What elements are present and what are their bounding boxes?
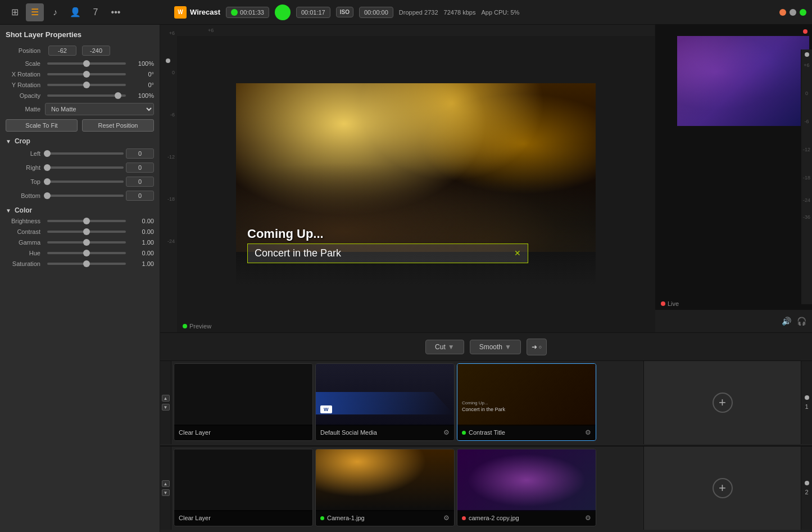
top-ruler: +6 (177, 25, 655, 36)
crop-top-slider[interactable] (47, 181, 124, 183)
close-window-btn[interactable] (779, 9, 786, 16)
brightness-slider[interactable] (47, 220, 126, 222)
app-name: Wirecast (190, 8, 220, 16)
contrast-gear-icon[interactable]: ⚙ (585, 429, 591, 436)
shot-card-camera2[interactable]: camera-2 copy.jpg ⚙ (457, 449, 596, 526)
crop-left-label: Left (6, 150, 45, 157)
crop-bottom-input[interactable] (126, 191, 154, 201)
right-panel: Live +6 0 -6 -12 -18 -24 -36 🔊 🎧 (655, 25, 812, 332)
gamma-row: Gamma 1.00 (6, 239, 154, 246)
layer-1-down-button[interactable]: ▼ (162, 404, 170, 411)
window-controls (779, 9, 806, 16)
opacity-slider[interactable] (47, 94, 126, 97)
edit-icon: ✕ (514, 249, 521, 258)
shot-clear-label-left: Clear Layer (179, 429, 211, 436)
saturation-row: Saturation 1.00 (6, 260, 154, 267)
contrast-row: Contrast 0.00 (6, 228, 154, 235)
contrast-label: Contrast (6, 228, 45, 235)
position-x-input[interactable] (48, 46, 76, 56)
shot-card-camera1[interactable]: Camera-1.jpg ⚙ (315, 449, 455, 526)
shot-card-clear-2[interactable]: Clear Layer (174, 449, 313, 526)
brightness-value: 0.00 (131, 218, 154, 224)
brightness-row: Brightness 0.00 (6, 218, 154, 224)
matte-label: Matte (6, 106, 45, 112)
crop-top-input[interactable] (126, 177, 154, 187)
crop-left-input[interactable] (126, 148, 154, 159)
smooth-button[interactable]: Smooth ▼ (470, 340, 521, 354)
color-arrow-icon: ▼ (6, 208, 11, 214)
layer-1-up-button[interactable]: ▲ (162, 395, 170, 402)
gamma-label: Gamma (6, 239, 45, 246)
contrast-coming-text: Coming Up... (462, 400, 488, 405)
y-rotation-slider[interactable] (47, 84, 126, 86)
add-shot-1-button[interactable]: + (713, 393, 733, 413)
scale-to-fit-button[interactable]: Scale To Fit (6, 119, 78, 132)
shots-nav-icon[interactable]: ☰ (26, 3, 44, 21)
crop-section-header[interactable]: ▼ Crop (6, 137, 154, 145)
shot-card-contrast[interactable]: Coming Up... Concert in the Park Contras… (457, 363, 596, 441)
speaker-icon[interactable]: 🔊 (782, 317, 791, 326)
number-nav-icon[interactable]: 7 (87, 3, 105, 21)
minimize-window-btn[interactable] (790, 9, 796, 16)
go-button[interactable]: ➜ ○ (527, 339, 547, 355)
text-overlay: Coming Up... Concert in the Park ✕ (247, 227, 528, 263)
reset-position-button[interactable]: Reset Position (82, 119, 154, 132)
position-y-input[interactable] (82, 46, 110, 56)
crop-right-input[interactable] (126, 163, 154, 173)
gamma-slider[interactable] (47, 241, 126, 244)
audio-nav-icon[interactable]: ♪ (46, 3, 64, 21)
camera1-gear-icon[interactable]: ⚙ (443, 514, 450, 522)
contrast-text: Contrast Title (469, 429, 505, 436)
right-ruler-minus24: -24 (803, 197, 810, 203)
crop-right-slider[interactable] (47, 166, 124, 169)
preview-dot-icon (183, 324, 187, 328)
layer-2-up-button[interactable]: ▲ (162, 480, 170, 487)
headphones-icon[interactable]: 🎧 (797, 317, 806, 326)
cut-label: Cut (435, 343, 446, 351)
social-gear-icon[interactable]: ⚙ (443, 429, 450, 436)
hue-label: Hue (6, 250, 45, 256)
shot-camera1-label: Camera-1.jpg ⚙ (316, 510, 454, 526)
left-panel: Shot Layer Properties Position Scale 100… (0, 25, 160, 532)
hue-value: 0.00 (131, 250, 154, 256)
opacity-value: 100% (131, 92, 154, 99)
camera2-gear-icon[interactable]: ⚙ (585, 514, 591, 522)
layer-2-down-button[interactable]: ▼ (162, 489, 170, 496)
more-nav-icon[interactable]: ••• (107, 3, 125, 21)
layer-1-dot (805, 395, 809, 400)
hue-slider[interactable] (47, 252, 126, 254)
crop-left-slider[interactable] (47, 152, 124, 155)
cut-button[interactable]: Cut ▼ (425, 340, 464, 354)
logo-icon: W (174, 6, 187, 19)
matte-select[interactable]: No Matte Alpha Luma (45, 103, 154, 115)
layer-2-content: ▲ ▼ Clear Layer (160, 447, 812, 530)
crop-bottom-slider[interactable] (47, 195, 124, 197)
shot-card-clear-1[interactable]: Clear Layer (174, 363, 313, 441)
shot-contrast-thumb: Coming Up... Concert in the Park (457, 364, 596, 426)
contrast-slider[interactable] (47, 231, 126, 233)
people-nav-icon[interactable]: 👤 (66, 3, 84, 21)
add-shot-2-button[interactable]: + (713, 478, 733, 498)
stream-button[interactable] (275, 4, 291, 20)
crop-right-label: Right (6, 164, 45, 171)
contrast-status-dot (462, 431, 466, 435)
saturation-slider[interactable] (47, 263, 126, 265)
color-section-header[interactable]: ▼ Color (6, 206, 154, 214)
contrast-value: 0.00 (131, 228, 154, 235)
x-rotation-slider[interactable] (47, 73, 126, 75)
live-indicator (803, 29, 808, 34)
right-ruler-marker (805, 52, 809, 57)
maximize-window-btn[interactable] (800, 9, 806, 16)
scale-slider[interactable] (47, 62, 126, 65)
title-box[interactable]: Concert in the Park ✕ (247, 244, 528, 263)
matte-row: Matte No Matte Alpha Luma (6, 103, 154, 115)
crop-right-row: Right (6, 163, 154, 173)
top-bar: ⊞ ☰ ♪ 👤 7 ••• W Wirecast 00:01:33 00:01:… (0, 0, 812, 25)
shot-card-social[interactable]: W Default Social Media ⚙ (315, 363, 455, 441)
layers-nav-icon[interactable]: ⊞ (6, 3, 24, 21)
add-shot-panel-1: + (643, 361, 801, 444)
center-area: +6 0 -6 -12 -18 -24 +6 (160, 25, 812, 532)
live-text: Live (668, 300, 679, 307)
live-thumbnail (677, 36, 809, 126)
camera1-text: Camera-1.jpg (327, 515, 365, 521)
